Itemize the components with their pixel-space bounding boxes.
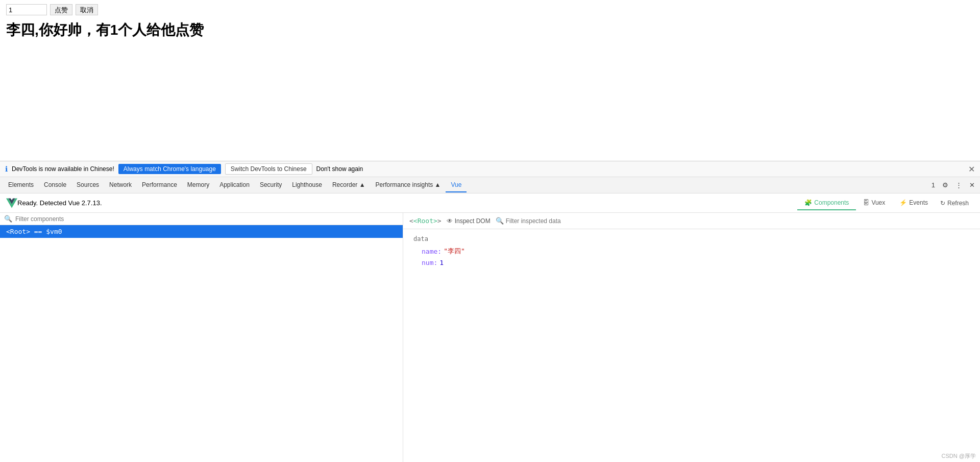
tab-recorder[interactable]: Recorder ▲ xyxy=(327,178,371,192)
lang-notification-message: DevTools is now available in Chinese! xyxy=(12,165,114,173)
eye-icon: 👁 xyxy=(447,217,453,225)
component-root-item[interactable]: <Root> == $vm0 xyxy=(0,225,403,238)
devtools-tab-icons: 1 ⚙ ⋮ ✕ xyxy=(929,180,977,190)
tab-sources[interactable]: Sources xyxy=(71,178,104,192)
search-icon: 🔍 xyxy=(496,217,504,225)
tab-network[interactable]: Network xyxy=(104,178,137,192)
devtools-close-icon[interactable]: ✕ xyxy=(967,180,977,190)
vue-refresh-label: Refresh xyxy=(947,200,969,207)
vue-ready-text: Ready. Detected Vue 2.7.13. xyxy=(17,199,102,207)
components-filter-input[interactable] xyxy=(15,215,399,223)
vue-logo-icon xyxy=(6,198,17,209)
always-match-language-button[interactable]: Always match Chrome's language xyxy=(118,164,221,174)
vue-tab-events[interactable]: ⚡ Events xyxy=(892,196,935,210)
vue-left-panel: 🔍 <Root> == $vm0 xyxy=(0,213,403,462)
tab-application[interactable]: Application xyxy=(214,178,255,192)
inspect-dom-button[interactable]: 👁 Inspect DOM xyxy=(447,217,491,225)
devtools-badge: 1 xyxy=(929,180,937,190)
devtools-more-icon[interactable]: ⋮ xyxy=(953,180,964,190)
vue-tab-components[interactable]: 🧩 Components xyxy=(797,196,856,210)
events-icon: ⚡ xyxy=(899,199,907,206)
vue-content: 🔍 <Root> == $vm0 <<Root>> 👁 Inspect DOM xyxy=(0,213,980,462)
vue-data-area: data name: "李四" num: 1 xyxy=(403,229,980,276)
vue-right-header: <<Root>> 👁 Inspect DOM 🔍 xyxy=(403,213,980,229)
vue-tab-vuex-label: Vuex xyxy=(871,199,885,206)
like-count-input[interactable] xyxy=(6,4,47,15)
tab-performance-insights[interactable]: Performance insights ▲ xyxy=(371,178,446,192)
like-button[interactable]: 点赞 xyxy=(50,4,72,15)
page-content-title: 李四,你好帅，有1个人给他点赞 xyxy=(6,20,974,40)
vue-data-key-name: name: xyxy=(422,248,442,255)
devtools-tab-bar: Elements Console Sources Network Perform… xyxy=(0,177,980,193)
lang-notification-close[interactable]: ✕ xyxy=(968,164,975,174)
cancel-button[interactable]: 取消 xyxy=(76,4,98,15)
vue-refresh-button[interactable]: ↻ Refresh xyxy=(935,198,974,209)
filter-inspected-input[interactable] xyxy=(506,217,582,225)
tab-vue[interactable]: Vue xyxy=(446,178,467,192)
main-page: 点赞 取消 李四,你好帅，有1个人给他点赞 xyxy=(0,0,980,161)
vue-header: Ready. Detected Vue 2.7.13. 🧩 Components… xyxy=(0,193,980,213)
vue-header-tabs: 🧩 Components 🗄 Vuex ⚡ Events ↻ Refresh xyxy=(797,196,974,210)
lang-notification: ℹ DevTools is now available in Chinese! … xyxy=(0,161,980,177)
vue-data-value-num: 1 xyxy=(439,259,444,266)
vue-data-section-title: data xyxy=(413,235,970,242)
vue-right-panel: <<Root>> 👁 Inspect DOM 🔍 data name: xyxy=(403,213,980,462)
page-controls: 点赞 取消 xyxy=(6,4,974,15)
switch-to-chinese-button[interactable]: Switch DevTools to Chinese xyxy=(225,163,312,175)
dont-show-again-link[interactable]: Don't show again xyxy=(316,165,363,173)
tab-elements[interactable]: Elements xyxy=(3,178,39,192)
vue-data-row-name: name: "李四" xyxy=(413,247,970,256)
inspect-dom-label: Inspect DOM xyxy=(455,217,491,225)
tab-security[interactable]: Security xyxy=(255,178,287,192)
tab-lighthouse[interactable]: Lighthouse xyxy=(287,178,327,192)
devtools-panel: ℹ DevTools is now available in Chinese! … xyxy=(0,161,980,462)
info-icon: ℹ xyxy=(5,165,8,173)
vuex-icon: 🗄 xyxy=(863,199,869,206)
tab-memory[interactable]: Memory xyxy=(182,178,214,192)
refresh-icon: ↻ xyxy=(940,200,945,207)
vue-data-row-num: num: 1 xyxy=(413,259,970,266)
watermark: CSDN @厚学 xyxy=(942,452,976,460)
vue-data-value-name: "李四" xyxy=(444,247,465,256)
filter-icon: 🔍 xyxy=(4,215,12,223)
devtools-settings-icon[interactable]: ⚙ xyxy=(940,180,950,190)
tab-performance[interactable]: Performance xyxy=(137,178,182,192)
vue-tab-components-label: Components xyxy=(814,199,849,206)
components-icon: 🧩 xyxy=(804,199,812,206)
vue-root-tag: <<Root>> xyxy=(409,217,442,225)
filter-inspected-data: 🔍 xyxy=(496,217,582,225)
vue-tab-events-label: Events xyxy=(909,199,928,206)
tab-console[interactable]: Console xyxy=(39,178,71,192)
vue-devtools-area: Ready. Detected Vue 2.7.13. 🧩 Components… xyxy=(0,193,980,462)
vue-data-key-num: num: xyxy=(422,259,437,266)
vue-tab-vuex[interactable]: 🗄 Vuex xyxy=(856,196,892,210)
vue-filter-bar: 🔍 xyxy=(0,213,403,225)
